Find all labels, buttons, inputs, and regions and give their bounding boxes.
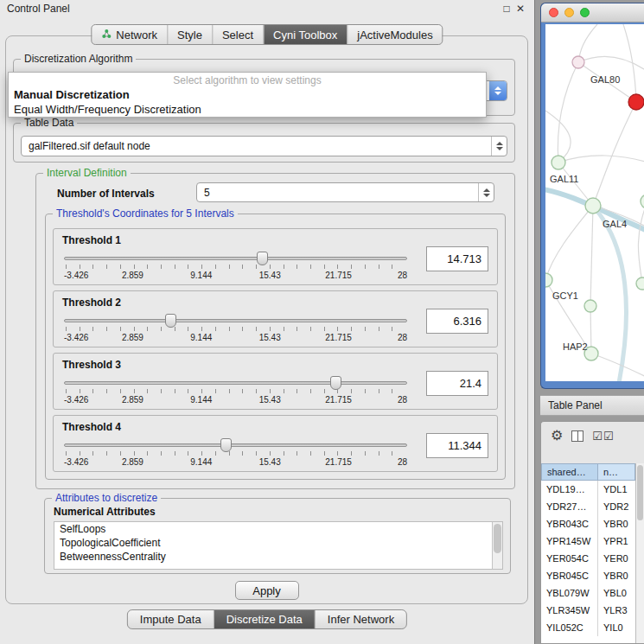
control-panel-window: Control Panel □ ✕ Network <box>0 0 535 644</box>
list-item[interactable]: SelfLoops <box>54 522 502 536</box>
select-columns-icon[interactable]: ☑☑ <box>592 430 614 442</box>
node-label: GCY1 <box>552 290 578 301</box>
threshold-slider[interactable]: -3.426 2.859 9.144 15.43 21.715 28 <box>64 437 407 471</box>
tab-cyni-toolbox[interactable]: Cyni Toolbox <box>263 25 347 44</box>
slider-track[interactable] <box>64 257 407 260</box>
column-header-shared-name[interactable]: shared… <box>541 463 598 481</box>
slider-thumb[interactable] <box>165 314 176 328</box>
slider-ticks <box>66 265 405 269</box>
table-row[interactable]: YDR27… YDR2 <box>541 498 635 515</box>
columns-icon[interactable] <box>571 430 583 442</box>
tab-impute-data[interactable]: Impute Data <box>128 610 214 628</box>
list-item[interactable]: BetweennessCentrality <box>54 550 502 564</box>
chevron-updown-icon[interactable] <box>489 81 507 100</box>
network-node[interactable] <box>641 194 644 208</box>
network-window: GAL80 GAL11 GAL4 GCY1 HAP2 <box>540 3 644 389</box>
minimize-button[interactable] <box>564 8 574 17</box>
threshold-value-field[interactable]: 14.713 <box>426 246 488 271</box>
table-panel-header[interactable]: Table Panel <box>540 395 644 416</box>
column-header-name[interactable]: n… <box>598 463 635 481</box>
network-node[interactable] <box>636 277 644 290</box>
control-panel-titlebar: Control Panel □ ✕ <box>0 0 534 17</box>
network-node[interactable] <box>552 156 565 169</box>
slider-track[interactable] <box>64 319 407 322</box>
table-row[interactable]: YLR345W YLR3 <box>541 602 635 619</box>
dropdown-item-equal-width-frequency[interactable]: Equal Width/Frequency Discretization <box>9 102 486 117</box>
table-body: YDL19… YDL1 YDR27… YDR2 YBR043C YBR0 YPR… <box>541 481 635 643</box>
zoom-button[interactable] <box>580 8 590 17</box>
threshold-1-panel: Threshold 1 14.713 -3.426 2.859 9.144 15… <box>53 228 498 285</box>
numerical-attributes-label: Numerical Attributes <box>54 506 156 518</box>
threshold-slider[interactable]: -3.426 2.859 9.144 15.43 21.715 28 <box>64 250 407 284</box>
node-label: GAL11 <box>550 174 578 184</box>
tab-label: Style <box>177 29 202 41</box>
threshold-label: Threshold 4 <box>62 421 121 433</box>
threshold-value-field[interactable]: 6.316 <box>426 309 488 334</box>
number-of-intervals-label: Number of Intervals <box>57 188 155 200</box>
table-row[interactable]: YIL052C YIL0 <box>541 619 635 636</box>
group-label: Attributes to discretize <box>52 492 161 504</box>
slider-track[interactable] <box>64 381 407 385</box>
network-node[interactable] <box>584 300 596 312</box>
network-node[interactable] <box>572 56 584 68</box>
table-scrollbar[interactable] <box>635 463 644 643</box>
gear-icon[interactable]: ⚙ <box>551 429 563 443</box>
network-node-selected[interactable] <box>628 94 644 110</box>
interval-definition-group: Interval Definition Number of Intervals … <box>35 173 515 489</box>
group-label: Threshold's Coordinates for 5 Intervals <box>53 207 238 220</box>
slider-scale: -3.426 2.859 9.144 15.43 21.715 28 <box>64 271 407 281</box>
chevron-updown-icon[interactable] <box>491 137 507 156</box>
table-panel-window: ⚙ ☑☑ shared… n… YDL19… YDL1 YDR27… YDR2 … <box>540 421 644 644</box>
attributes-list[interactable]: SelfLoops TopologicalCoefficient Between… <box>54 521 503 570</box>
tab-network[interactable]: Network <box>92 25 167 44</box>
attributes-scrollbar[interactable] <box>492 522 502 569</box>
float-icon[interactable]: □ <box>500 3 513 15</box>
network-canvas[interactable]: GAL80 GAL11 GAL4 GCY1 HAP2 <box>545 24 644 381</box>
tab-select[interactable]: Select <box>212 25 263 44</box>
close-button[interactable] <box>549 8 558 17</box>
node-label: GAL80 <box>590 74 620 85</box>
threshold-label: Threshold 2 <box>62 296 121 309</box>
table-row[interactable]: YDL19… YDL1 <box>541 481 635 498</box>
desktop: Control Panel □ ✕ Network <box>0 0 644 644</box>
group-label: Table Data <box>21 117 77 129</box>
slider-thumb[interactable] <box>220 438 232 452</box>
network-node[interactable] <box>585 198 601 214</box>
table-row[interactable]: YBR045C YBR0 <box>541 567 635 584</box>
scrollbar-thumb[interactable] <box>494 524 501 553</box>
threshold-slider[interactable]: -3.426 2.859 9.144 15.43 21.715 28 <box>64 374 407 409</box>
slider-thumb[interactable] <box>257 252 268 265</box>
number-of-intervals-combobox[interactable]: 5 <box>196 182 494 202</box>
window-title: Control Panel <box>7 3 70 15</box>
table-data-combobox[interactable]: galFiltered.sif default node <box>21 136 507 156</box>
table-row[interactable]: YPR145W YPR1 <box>541 532 635 550</box>
slider-scale: -3.426 2.859 9.144 15.43 21.715 28 <box>64 457 407 468</box>
scrollbar-thumb[interactable] <box>637 465 643 520</box>
network-window-titlebar[interactable] <box>541 3 644 22</box>
tab-discretize-data[interactable]: Discretize Data <box>214 610 315 628</box>
network-tab-icon <box>101 29 112 41</box>
slider-ticks <box>66 327 405 331</box>
threshold-value-field[interactable]: 11.344 <box>426 433 488 458</box>
tab-label: Discretize Data <box>226 613 303 626</box>
close-icon[interactable]: ✕ <box>513 3 527 15</box>
bottom-tab-bar: Impute Data Discretize Data Infer Networ… <box>127 609 407 629</box>
network-node[interactable] <box>545 273 552 287</box>
chevron-updown-icon[interactable] <box>478 183 494 201</box>
tab-infer-network[interactable]: Infer Network <box>315 610 406 628</box>
table-row[interactable]: YBL079W YBL0 <box>541 584 635 602</box>
threshold-slider[interactable]: -3.426 2.859 9.144 15.43 21.715 28 <box>64 312 407 347</box>
apply-button[interactable]: Apply <box>235 581 299 600</box>
tab-style[interactable]: Style <box>167 25 212 44</box>
threshold-label: Threshold 1 <box>62 234 121 246</box>
list-item[interactable]: TopologicalCoefficient <box>54 536 502 550</box>
network-nodes[interactable] <box>545 56 644 360</box>
table-row[interactable]: YBR043C YBR0 <box>541 515 635 532</box>
dropdown-item-manual-discretization[interactable]: Manual Discretization <box>9 87 486 102</box>
slider-scale: -3.426 2.859 9.144 15.43 21.715 28 <box>64 395 407 405</box>
tab-jactivemodules[interactable]: jActiveModules <box>347 25 442 44</box>
slider-track[interactable] <box>64 443 407 447</box>
table-row[interactable]: YER054C YER0 <box>541 550 635 567</box>
threshold-value-field[interactable]: 21.4 <box>426 371 488 396</box>
slider-thumb[interactable] <box>330 376 341 390</box>
